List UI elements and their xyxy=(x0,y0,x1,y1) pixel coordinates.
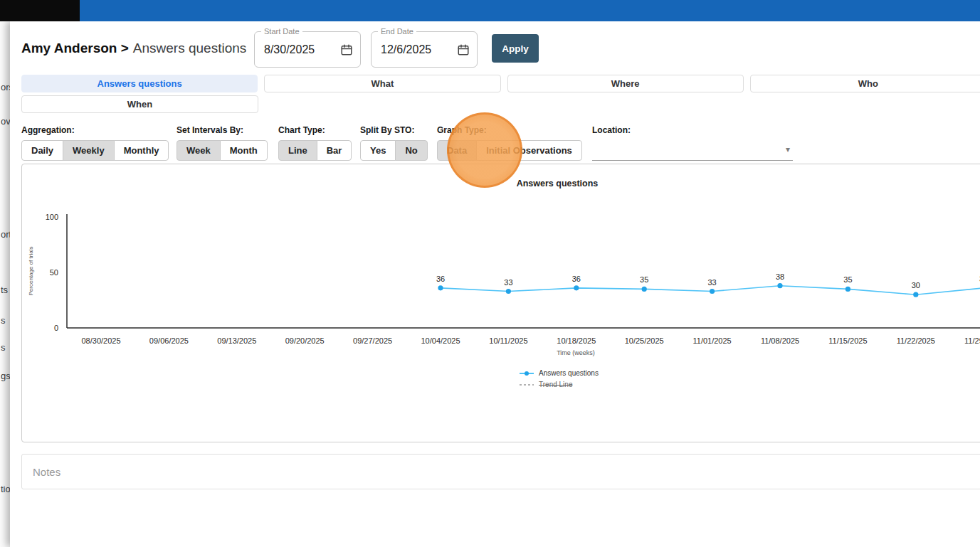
chart-card: Answers questions 05010008/30/202509/06/… xyxy=(21,164,980,442)
control-label-split-by-sto: Split By STO: xyxy=(360,125,428,135)
data-point[interactable] xyxy=(574,285,579,290)
series-marker xyxy=(519,370,534,377)
data-point-label: 30 xyxy=(912,281,920,290)
data-point[interactable] xyxy=(642,287,647,292)
sidebar-fragment: s xyxy=(1,342,6,353)
chart-legend: Answers questionsTrend Line xyxy=(519,369,599,388)
sidebar-fragment: tio xyxy=(1,484,11,494)
calendar-icon[interactable] xyxy=(457,43,470,56)
tab-answers-questions[interactable]: Answers questions xyxy=(21,75,258,92)
aggregation-option-weekly[interactable]: Weekly xyxy=(63,140,115,161)
trend-line-marker xyxy=(519,381,534,388)
x-tick-label: 11/08/2025 xyxy=(761,336,799,345)
data-point-label: 33 xyxy=(504,278,512,287)
tab-who[interactable]: Who xyxy=(750,75,980,92)
sidebar-fragment: ts xyxy=(1,285,8,295)
x-tick-label: 09/27/2025 xyxy=(353,336,392,345)
data-point[interactable] xyxy=(710,289,715,294)
end-date-label: End Date xyxy=(378,27,416,36)
x-tick-label: 10/25/2025 xyxy=(625,336,664,345)
location-control: Location: ▾ xyxy=(592,125,793,161)
chart-canvas: 05010008/30/202509/06/202509/13/202509/2… xyxy=(22,164,980,442)
data-point[interactable] xyxy=(506,289,511,294)
y-tick-label: 0 xyxy=(54,324,58,332)
y-axis-title: Percentage of trials xyxy=(28,247,34,296)
split-by-sto-option-no[interactable]: No xyxy=(395,140,427,161)
set-intervals-by-option-month[interactable]: Month xyxy=(220,140,268,161)
sidebar-fragment: gs xyxy=(1,371,11,381)
tab-when[interactable]: When xyxy=(21,95,258,113)
tab-what[interactable]: What xyxy=(264,75,500,92)
control-label-aggregation: Aggregation: xyxy=(21,125,169,135)
x-tick-label: 11/29/2025 xyxy=(964,336,980,345)
chart: 05010008/30/202509/06/202509/13/202509/2… xyxy=(22,164,980,442)
control-group-graph-type: Graph Type:DataInitial Observations xyxy=(437,125,582,161)
data-point-label: 38 xyxy=(776,272,784,281)
graph-type-option-initial-observations[interactable]: Initial Observations xyxy=(476,140,582,161)
control-label-graph-type: Graph Type: xyxy=(437,125,582,135)
data-point[interactable] xyxy=(845,287,850,292)
aggregation-option-monthly[interactable]: Monthly xyxy=(114,140,169,161)
end-date-value[interactable]: 12/6/2025 xyxy=(381,43,431,56)
button-group-split-by-sto: YesNo xyxy=(360,140,428,161)
control-group-split-by-sto: Split By STO:YesNo xyxy=(360,125,428,161)
breadcrumb-client-name: Amy Anderson > xyxy=(21,41,129,55)
control-group-set-intervals-by: Set Intervals By:WeekMonth xyxy=(176,125,268,161)
y-tick-label: 100 xyxy=(46,213,58,221)
data-point[interactable] xyxy=(438,285,443,290)
start-date-label: Start Date xyxy=(261,27,302,36)
sidebar-fragment: s xyxy=(1,315,6,326)
notes-placeholder: Notes xyxy=(33,466,60,478)
legend-item-trend-line[interactable]: Trend Line xyxy=(519,381,599,388)
button-group-chart-type: LineBar xyxy=(278,140,352,161)
x-tick-label: 10/18/2025 xyxy=(557,336,596,345)
x-tick-label: 09/13/2025 xyxy=(217,336,256,345)
apply-button[interactable]: Apply xyxy=(492,34,539,63)
aggregation-option-daily[interactable]: Daily xyxy=(21,140,63,161)
x-tick-label: 10/11/2025 xyxy=(489,336,527,345)
graph-type-option-data[interactable]: Data xyxy=(437,140,477,161)
start-date-field[interactable]: Start Date 8/30/2025 xyxy=(254,31,361,68)
control-group-aggregation: Aggregation:DailyWeeklyMonthly xyxy=(21,125,169,161)
x-tick-label: 09/06/2025 xyxy=(149,336,189,345)
top-bar-blue xyxy=(80,0,980,21)
data-point-label: 36 xyxy=(436,275,445,283)
start-date-value[interactable]: 8/30/2025 xyxy=(264,43,315,56)
data-point-label: 33 xyxy=(707,278,716,287)
location-select[interactable]: ▾ xyxy=(592,140,793,161)
data-point[interactable] xyxy=(777,283,782,288)
x-tick-label: 11/15/2025 xyxy=(828,336,867,345)
button-group-graph-type: DataInitial Observations xyxy=(437,140,582,161)
split-by-sto-option-yes[interactable]: Yes xyxy=(360,140,396,161)
control-label-chart-type: Chart Type: xyxy=(278,125,352,135)
calendar-icon[interactable] xyxy=(340,43,353,56)
button-group-aggregation: DailyWeeklyMonthly xyxy=(21,140,169,161)
chevron-down-icon: ▾ xyxy=(786,144,790,154)
x-tick-label: 09/20/2025 xyxy=(285,336,325,345)
breadcrumb-page-title: Answers questions xyxy=(133,41,246,55)
notes-section[interactable]: Notes xyxy=(21,454,980,489)
location-label: Location: xyxy=(592,125,793,135)
control-group-chart-type: Chart Type:LineBar xyxy=(278,125,352,161)
y-tick-label: 50 xyxy=(50,268,58,277)
data-point-label: 36 xyxy=(572,275,581,283)
chart-type-option-bar[interactable]: Bar xyxy=(317,140,352,161)
data-point[interactable] xyxy=(913,292,918,297)
x-tick-label: 08/30/2025 xyxy=(81,336,120,345)
control-label-set-intervals-by: Set Intervals By: xyxy=(176,125,268,135)
tabs-row-2: When xyxy=(21,95,258,113)
set-intervals-by-option-week[interactable]: Week xyxy=(176,140,221,161)
button-group-set-intervals-by: WeekMonth xyxy=(176,140,268,161)
end-date-field[interactable]: End Date 12/6/2025 xyxy=(371,31,478,68)
legend-item-answers-questions[interactable]: Answers questions xyxy=(519,369,599,377)
x-tick-label: 11/01/2025 xyxy=(692,336,731,345)
chart-type-option-line[interactable]: Line xyxy=(278,140,317,161)
legend-label: Answers questions xyxy=(539,369,599,377)
top-bar xyxy=(0,0,980,21)
legend-label: Trend Line xyxy=(539,381,572,388)
x-tick-label: 11/22/2025 xyxy=(897,336,935,345)
tab-where[interactable]: Where xyxy=(507,75,744,92)
x-axis-title: Time (weeks) xyxy=(557,349,595,356)
data-point-label: 35 xyxy=(640,275,648,284)
breadcrumb: Amy Anderson >Answers questions xyxy=(21,38,246,58)
